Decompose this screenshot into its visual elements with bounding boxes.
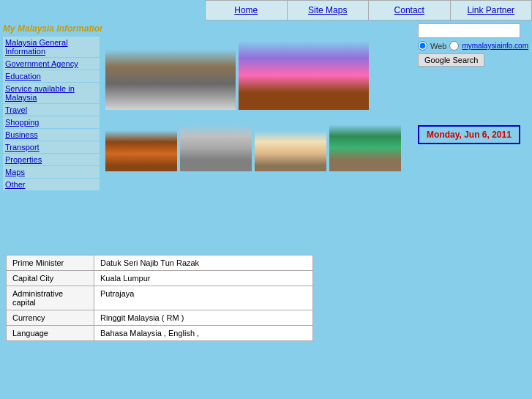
sidebar-item-general-info[interactable]: Malaysia General Information xyxy=(3,37,100,57)
sidebar-title: My Malaysia Information xyxy=(3,23,100,34)
info-key-currency: Currency xyxy=(7,310,94,326)
sidebar-item-transport[interactable]: Transport xyxy=(3,141,100,153)
info-section: Prime Minister Datuk Seri Najib Tun Raza… xyxy=(6,255,526,341)
nav-link-partner[interactable]: Link Partner xyxy=(451,1,532,20)
info-key-admin-capital: Administrative capital xyxy=(7,286,94,310)
table-row: Administrative capital Putrajaya xyxy=(7,286,313,310)
date-display: Monday, Jun 6, 2011 xyxy=(418,125,520,144)
info-key-prime-minister: Prime Minister xyxy=(7,256,94,271)
table-row: Language Bahasa Malaysia , English , xyxy=(7,326,313,341)
info-key-language: Language xyxy=(7,326,94,341)
search-input[interactable] xyxy=(418,23,520,38)
info-value-prime-minister: Datuk Seri Najib Tun Razak xyxy=(94,256,313,271)
radio-web-label: Web xyxy=(430,42,446,51)
info-value-currency: Ringgit Malaysia ( RM ) xyxy=(94,310,313,326)
sidebar-item-properties[interactable]: Properties xyxy=(3,154,100,165)
sidebar-item-service[interactable]: Service available in Malaysia xyxy=(3,83,100,103)
sidebar-item-maps[interactable]: Maps xyxy=(3,166,100,178)
sidebar-item-business[interactable]: Business xyxy=(3,129,100,141)
nav-contact[interactable]: Contact xyxy=(369,1,451,20)
info-table: Prime Minister Datuk Seri Najib Tun Raza… xyxy=(6,255,313,341)
bottom-images-row xyxy=(105,113,412,171)
image-klia xyxy=(105,23,236,110)
search-radio-row: Web mymalaysiainfo.com xyxy=(418,41,529,51)
info-value-admin-capital: Putrajaya xyxy=(94,286,313,310)
image-masjid xyxy=(329,113,401,171)
image-sultan xyxy=(105,113,177,171)
top-images-row xyxy=(105,23,412,110)
table-row: Capital City Kuala Lumpur xyxy=(7,271,313,286)
sidebar: My Malaysia Information Malaysia General… xyxy=(0,20,102,240)
nav-home[interactable]: Home xyxy=(206,1,288,20)
radio-web[interactable] xyxy=(418,41,427,51)
info-value-capital: Kuala Lumpur xyxy=(94,271,313,286)
info-value-language: Bahasa Malaysia , English , xyxy=(94,326,313,341)
sidebar-item-travel[interactable]: Travel xyxy=(3,104,100,116)
sidebar-item-education[interactable]: Education xyxy=(3,70,100,82)
google-search-button[interactable]: Google Search xyxy=(418,53,484,67)
info-key-capital: Capital City xyxy=(7,271,94,286)
image-petronas xyxy=(180,113,252,171)
image-istana xyxy=(255,113,326,171)
radio-mymal[interactable] xyxy=(449,41,459,51)
image-flowers xyxy=(239,23,369,110)
table-row: Prime Minister Datuk Seri Najib Tun Raza… xyxy=(7,256,313,271)
search-container: Web mymalaysiainfo.com Google Search xyxy=(418,23,529,67)
sidebar-item-other[interactable]: Other xyxy=(3,179,100,190)
sidebar-item-shopping[interactable]: Shopping xyxy=(3,116,100,128)
table-row: Currency Ringgit Malaysia ( RM ) xyxy=(7,310,313,326)
sidebar-item-govt-agency[interactable]: Government Agency xyxy=(3,58,100,70)
right-panel: Web mymalaysiainfo.com Google Search Mon… xyxy=(415,20,532,240)
nav-site-maps[interactable]: Site Maps xyxy=(288,1,370,20)
main-content xyxy=(102,20,415,240)
radio-mymal-label: mymalaysiainfo.com xyxy=(462,42,528,50)
